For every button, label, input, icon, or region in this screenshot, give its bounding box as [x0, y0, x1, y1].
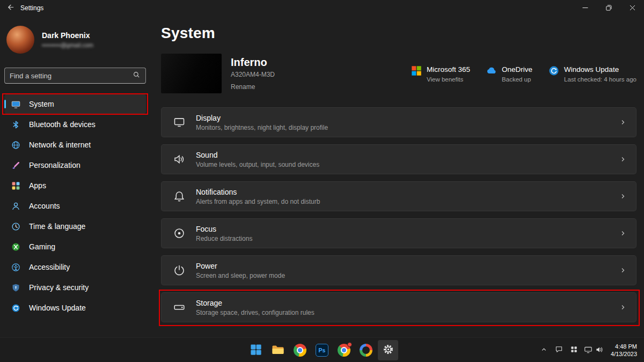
notification-badge — [347, 342, 352, 347]
sound-icon — [173, 153, 185, 165]
user-profile[interactable]: Dark Phoenix •••••••••@gmail.com — [4, 21, 146, 58]
row-title: Focus — [196, 225, 252, 233]
chat-tray-button[interactable] — [552, 340, 566, 360]
chevron-right-icon — [619, 192, 627, 201]
windows-update-icon — [11, 303, 20, 313]
sidebar-item-label: Time & language — [29, 222, 85, 231]
paintbrush-icon — [11, 160, 20, 170]
close-icon — [630, 4, 635, 12]
sidebar-item-windows-update[interactable]: Windows Update — [4, 298, 146, 317]
sidebar-item-label: Privacy & security — [29, 283, 89, 292]
display-icon — [173, 116, 185, 128]
profile-email: •••••••••@gmail.com — [42, 42, 93, 48]
focus-icon — [173, 227, 185, 239]
back-arrow-icon — [6, 3, 14, 13]
row-focus[interactable]: Focus Reduce distractions — [161, 218, 636, 248]
sidebar-item-privacy-security[interactable]: Privacy & security — [4, 278, 146, 297]
onedrive-card[interactable]: OneDrive Backed up — [486, 65, 532, 83]
tray-date: 4/13/2023 — [611, 350, 637, 358]
settings-taskbar-button[interactable] — [378, 340, 398, 360]
windows-update-status-icon — [548, 65, 559, 76]
row-power[interactable]: Power Screen and sleep, power mode — [161, 255, 636, 285]
settings-rows: Display Monitors, brightness, night ligh… — [161, 107, 636, 322]
apps-grid-icon — [11, 181, 20, 190]
rename-link[interactable]: Rename — [231, 83, 255, 91]
row-sound[interactable]: Sound Volume levels, output, input, soun… — [161, 144, 636, 174]
network-tray-button[interactable] — [582, 340, 606, 360]
person-icon — [11, 201, 20, 211]
row-title: Display — [196, 114, 328, 122]
sidebar-item-label: System — [29, 100, 54, 108]
sidebar-item-system[interactable]: System — [4, 94, 146, 114]
window-title: Settings — [20, 4, 43, 12]
volume-icon — [595, 345, 604, 356]
status-card-subtitle: Last checked: 4 hours ago — [564, 76, 636, 83]
sidebar-item-accounts[interactable]: Accounts — [4, 196, 146, 216]
tray-time-date: 4:48 PM 4/13/2023 — [611, 343, 637, 358]
clock-tray-button[interactable]: 4:48 PM 4/13/2023 — [607, 340, 641, 360]
microsoft-365-card[interactable]: Microsoft 365 View benefits — [411, 65, 470, 83]
sidebar-item-network-internet[interactable]: Network & internet — [4, 135, 146, 154]
status-card-subtitle: View benefits — [427, 76, 470, 83]
status-cards: Microsoft 365 View benefits OneDrive Bac… — [411, 64, 636, 83]
device-info: Inferno A320AM4-M3D Rename — [231, 56, 275, 91]
taskbar: Ps — [0, 337, 644, 362]
row-subtitle: Storage space, drives, configuration rul… — [196, 309, 314, 316]
sidebar-item-label: Apps — [29, 181, 46, 190]
chrome-button[interactable] — [290, 340, 310, 360]
windows-start-icon — [250, 344, 262, 357]
search-input[interactable] — [10, 72, 133, 80]
row-title: Power — [196, 262, 285, 270]
maximize-button[interactable] — [597, 0, 620, 16]
gear-icon — [382, 343, 394, 357]
main-content: System Inferno A320AM4-M3D Rename Micros… — [161, 21, 636, 322]
accessibility-icon — [11, 262, 20, 272]
file-explorer-button[interactable] — [268, 340, 288, 360]
sidebar-item-personalization[interactable]: Personalization — [4, 156, 146, 175]
titlebar: Settings — [0, 0, 644, 16]
status-card-title: Microsoft 365 — [427, 65, 470, 73]
sidebar-item-label: Gaming — [29, 242, 55, 251]
sidebar-item-accessibility[interactable]: Accessibility — [4, 257, 146, 277]
network-icon — [584, 345, 592, 356]
sidebar-item-label: Network & internet — [29, 141, 91, 149]
chevron-right-icon — [619, 155, 627, 164]
close-button[interactable] — [620, 0, 644, 16]
profile-name: Dark Phoenix — [42, 31, 93, 40]
hidden-icons-button[interactable] — [537, 340, 551, 360]
device-model: A320AM4-M3D — [231, 71, 275, 78]
sidebar-item-bluetooth-devices[interactable]: Bluetooth & devices — [4, 115, 146, 134]
sidebar-item-label: Windows Update — [29, 304, 86, 312]
row-display[interactable]: Display Monitors, brightness, night ligh… — [161, 107, 636, 137]
windows-update-card[interactable]: Windows Update Last checked: 4 hours ago — [548, 65, 636, 83]
chevron-right-icon — [619, 303, 627, 312]
status-card-title: Windows Update — [564, 65, 636, 73]
row-storage[interactable]: Storage Storage space, drives, configura… — [161, 292, 636, 322]
globe-icon — [11, 140, 20, 150]
sidebar-item-gaming[interactable]: Gaming — [4, 237, 146, 256]
bell-icon — [173, 190, 185, 202]
sidebar-item-time-language[interactable]: Time & language — [4, 217, 146, 236]
sidebar-item-apps[interactable]: Apps — [4, 176, 146, 195]
minimize-icon — [582, 4, 588, 12]
row-notifications[interactable]: Notifications Alerts from apps and syste… — [161, 181, 636, 211]
onedrive-cloud-icon — [486, 65, 497, 76]
tray-time: 4:48 PM — [611, 343, 637, 350]
app-button[interactable] — [356, 340, 376, 360]
chrome-profile-button[interactable] — [334, 340, 354, 360]
row-subtitle: Reduce distractions — [196, 235, 252, 242]
sidebar: Dark Phoenix •••••••••@gmail.com System … — [4, 21, 146, 317]
photoshop-button[interactable]: Ps — [312, 340, 332, 360]
start-button[interactable] — [246, 340, 266, 360]
row-subtitle: Screen and sleep, power mode — [196, 272, 285, 279]
status-card-subtitle: Backed up — [502, 76, 532, 83]
page-title: System — [161, 25, 636, 42]
sidebar-nav: System Bluetooth & devices Network & int… — [4, 94, 146, 317]
back-button[interactable] — [0, 0, 20, 16]
row-subtitle: Alerts from apps and system, do not dist… — [196, 198, 320, 205]
widgets-tray-button[interactable] — [567, 340, 581, 360]
row-subtitle: Volume levels, output, input, sound devi… — [196, 161, 319, 168]
app-icon — [360, 344, 372, 357]
window-controls — [573, 0, 644, 16]
minimize-button[interactable] — [573, 0, 597, 16]
